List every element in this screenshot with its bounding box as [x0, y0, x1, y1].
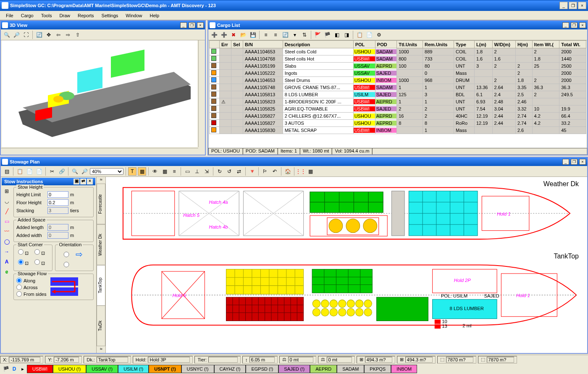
- menu-tools[interactable]: Tools: [41, 13, 52, 18]
- stow-mode2-icon[interactable]: ▦: [138, 167, 146, 176]
- corner-bl-radio[interactable]: [18, 259, 24, 265]
- orient-2-radio[interactable]: [60, 262, 73, 267]
- tool-line-icon[interactable]: ╱: [3, 207, 11, 216]
- panel-cargo-titlebar[interactable]: Cargo List _ ❐ ×: [208, 21, 587, 29]
- cargo-row[interactable]: AAAA1105222IngotsUSSAVSAJED0Mass22000: [210, 70, 586, 77]
- stow-props-icon[interactable]: ▤: [3, 167, 11, 176]
- port-ushou[interactable]: USHOU (!): [53, 365, 86, 373]
- menu-draw[interactable]: Draw: [59, 13, 70, 18]
- zoom-select[interactable]: 40%: [90, 168, 123, 175]
- cargo-col-7[interactable]: Ttl.Units: [397, 41, 423, 48]
- stow-hdr-close[interactable]: ×: [87, 179, 93, 184]
- port-tool2-icon[interactable]: D: [10, 365, 18, 373]
- cargo-col-12[interactable]: H(m): [515, 41, 532, 48]
- panel-3d-maximize[interactable]: ❐: [189, 22, 195, 28]
- port-tool3-icon[interactable]: ▸: [18, 365, 27, 373]
- corner-tl-radio[interactable]: [18, 249, 24, 255]
- scrollbar-3d-vertical[interactable]: [198, 40, 205, 147]
- vtab-up-icon[interactable]: ≈: [97, 177, 105, 184]
- stow-tool4-icon[interactable]: ⊥: [193, 167, 201, 176]
- cargo-row[interactable]: AAAA1105830METAL SCRAPUSBWIINBOM1Mass2.6…: [210, 127, 586, 134]
- menu-settings[interactable]: Settings: [102, 13, 118, 18]
- view-left-icon[interactable]: ⇦: [54, 31, 63, 39]
- stow-hdr-btn1[interactable]: ▣: [74, 179, 79, 184]
- cargo-col-9[interactable]: Type: [454, 41, 474, 48]
- cargo-sort-icon[interactable]: ⇅: [300, 31, 309, 39]
- panel-3d-minimize[interactable]: _: [180, 22, 187, 28]
- menu-file[interactable]: File: [6, 13, 13, 18]
- flow-across-radio[interactable]: [16, 284, 22, 290]
- stow-zoomin-icon[interactable]: 🔍: [71, 167, 79, 176]
- cargo-tool2-icon[interactable]: ◨: [342, 31, 351, 39]
- cargo-col-11[interactable]: W/D(m): [492, 41, 515, 48]
- stow-flip-icon[interactable]: ⇄: [235, 167, 243, 176]
- port-pkpqs[interactable]: PKPQS: [364, 365, 391, 373]
- panel-3d-titlebar[interactable]: 3D View _ ❐ ×: [1, 21, 205, 29]
- vtab-tanktop[interactable]: TankTop: [97, 265, 105, 306]
- port-usbwi[interactable]: USBWI: [27, 365, 53, 373]
- stow-tool3-icon[interactable]: ▭: [183, 167, 192, 176]
- tool-e-icon[interactable]: e: [3, 268, 11, 276]
- stow-mode1-icon[interactable]: T: [128, 167, 136, 176]
- cargo-col-6[interactable]: POD: [375, 41, 396, 48]
- cargo-col-14[interactable]: Total Wt.: [559, 41, 586, 48]
- tool-text-icon[interactable]: A: [3, 258, 11, 266]
- menu-cargo[interactable]: Cargo: [21, 13, 34, 18]
- cargo-row[interactable]: AAAA11058272 CHILLERS @12.667X7...USHOUA…: [210, 113, 586, 120]
- port-cayhz[interactable]: CAYHZ (!): [214, 365, 246, 373]
- cargo-row[interactable]: AAAA1104653Steel coils ColdUSHOUSADAM100…: [210, 48, 586, 55]
- stow-link-icon[interactable]: 🔗: [58, 167, 66, 176]
- port-usilm[interactable]: USILM (!): [118, 365, 149, 373]
- minimize-button[interactable]: _: [559, 2, 568, 9]
- stow-undo-icon[interactable]: ↶: [270, 167, 279, 176]
- panel-cargo-maximize[interactable]: ❐: [571, 22, 578, 28]
- vtab-weather-dk[interactable]: Weather Dk: [97, 224, 105, 265]
- view-right-icon[interactable]: ⇨: [64, 31, 72, 39]
- stow-filter-icon[interactable]: 🔻: [248, 167, 256, 176]
- cargo-add-icon[interactable]: ➕: [210, 31, 218, 39]
- panel-stowage-minimize[interactable]: _: [562, 159, 569, 165]
- stow-eye-icon[interactable]: 👁: [151, 167, 159, 176]
- stow-rotate-cw-icon[interactable]: ↻: [215, 167, 224, 176]
- canvas-3d[interactable]: [2, 40, 197, 147]
- cargo-col-13[interactable]: Item Wt.(: [532, 41, 559, 48]
- port-aeprd[interactable]: AEPRD: [310, 365, 337, 373]
- stow-hdr-btn2[interactable]: ⇄: [80, 179, 86, 184]
- height-limit-input[interactable]: [47, 191, 68, 198]
- zoom-in-icon[interactable]: 🔍: [3, 31, 11, 39]
- view-up-icon[interactable]: ⇧: [74, 31, 82, 39]
- cargo-col-0[interactable]: [210, 41, 220, 48]
- corner-tr-radio[interactable]: [34, 249, 40, 255]
- menu-help[interactable]: Help: [150, 13, 159, 18]
- cargo-filter-icon[interactable]: ▾: [291, 31, 299, 39]
- maximize-button[interactable]: ❐: [569, 2, 577, 9]
- cargo-copy-icon[interactable]: 📋: [355, 31, 364, 39]
- floor-height-input[interactable]: [47, 199, 68, 206]
- cargo-refresh-icon[interactable]: 🔄: [281, 31, 289, 39]
- tool-ellipse-icon[interactable]: ◯: [3, 237, 11, 246]
- stow-layers-icon[interactable]: ≡: [170, 167, 178, 176]
- tool-arrow-icon[interactable]: →: [3, 248, 11, 256]
- port-sadam[interactable]: SADAM: [337, 365, 364, 373]
- flow-along-radio[interactable]: [16, 278, 22, 283]
- vtab-forecastle[interactable]: Forecastle: [97, 184, 105, 224]
- cargo-col-5[interactable]: POL: [353, 41, 375, 48]
- stow-box-icon[interactable]: ▦: [306, 167, 315, 176]
- corner-br-radio[interactable]: [34, 259, 40, 265]
- panel-3d-close[interactable]: ×: [197, 22, 204, 28]
- stow-copy-icon[interactable]: 📋: [16, 167, 24, 176]
- cargo-flag2-icon[interactable]: 🏴: [323, 31, 331, 39]
- deck-canvas[interactable]: Weather Dk TankTop Hatch 4a Hatch 4b Hat…: [106, 177, 587, 353]
- flow-fromsides-radio[interactable]: [16, 291, 22, 297]
- port-egpsd[interactable]: EGPSD (!): [246, 365, 278, 373]
- cargo-row[interactable]: AAAA11058273 AUTOSUSHOUAEPRD88RoRo12.192…: [210, 120, 586, 127]
- cargo-col-3[interactable]: B/N: [243, 41, 283, 48]
- orient-1-radio[interactable]: [60, 252, 73, 257]
- cargo-row[interactable]: AAAA1105199SlabsUSSAVAEPRD10080UNT322252…: [210, 63, 586, 70]
- stow-cut-icon[interactable]: ✂: [48, 167, 56, 176]
- tool-rect-icon[interactable]: ▭: [3, 217, 11, 226]
- port-tool1-icon[interactable]: 🏴: [2, 365, 10, 373]
- menu-reports[interactable]: Reports: [78, 13, 94, 18]
- cargo-col-1[interactable]: Err: [220, 41, 231, 48]
- port-sajed[interactable]: SAJED (!): [278, 365, 310, 373]
